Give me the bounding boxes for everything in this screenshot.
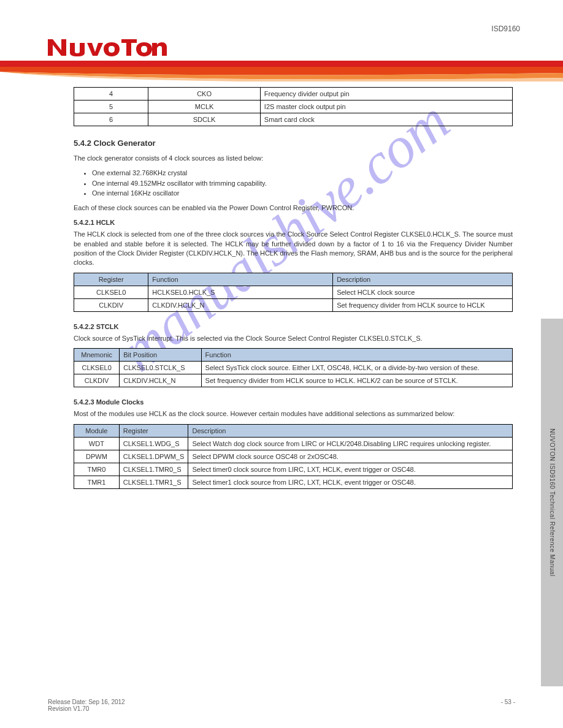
th: Register [119,424,188,437]
cell: Select DPWM clock source OSC48 or 2xOSC4… [188,450,513,463]
para: Each of these clock sources can be enabl… [74,203,513,213]
brand-logo [48,36,167,60]
cell: CLKDIV.HCLK_N [148,298,333,311]
release-date: Release Date: Sep 16, 2012 [48,699,125,705]
cell: CKO [148,88,261,100]
table-row: CLKSEL0CLKSEL0.STCLK_SSelect SysTick clo… [74,362,513,374]
cell: Select timer1 clock source from LIRC, LX… [188,476,513,488]
table-row: CLKDIVCLKDIV.HCLK_NSet frequency divider… [74,374,513,387]
th: Function [201,349,512,362]
cell: TMR0 [74,463,120,476]
table-row: DPWMCLKSEL1.DPWM_SSelect DPWM clock sour… [74,450,513,463]
cell: CLKDIV [74,298,148,311]
cell: DPWM [74,450,120,463]
cell: CLKSEL1.TMR0_S [119,463,188,476]
table-row: CLKDIVCLKDIV.HCLK_NSet frequency divider… [74,298,513,311]
cell: CLKDIV [74,374,120,387]
hclk-table: Register Function Description CLKSEL0HCL… [74,273,513,312]
para: The clock generator consists of 4 clock … [74,154,513,163]
header-banner [0,61,563,82]
module-table: Module Register Description WDTCLKSEL1.W… [74,424,513,489]
cell: Set frequency divider from HCLK source t… [201,374,512,387]
table-row: 5MCLKI2S master clock output pin [74,100,513,113]
table-row: CLKSEL0HCLKSEL0.HCLK_SSelect HCLK clock … [74,286,513,298]
para: The HCLK clock is selected from one of t… [74,230,513,268]
cell: 4 [74,88,148,100]
cell: Smart card clock [260,113,512,126]
cell: CLKSEL0 [74,286,148,298]
cell: MCLK [148,100,261,113]
doc-id: ISD9160 [491,25,520,33]
para: Clock source of SysTick interrupt. This … [74,334,513,343]
cell: 5 [74,100,148,113]
table-row: 4CKOFrequency divider output pin [74,88,513,100]
side-tab: NUVOTON ISD9160 Technical Reference Manu… [541,319,563,686]
cell: I2S master clock output pin [260,100,512,113]
cell: 6 [74,113,148,126]
cell: CLKSEL1.WDG_S [119,437,188,450]
cell: Select SysTick clock source. Either LXT,… [201,362,512,374]
th: Bit Position [120,349,201,362]
bullet-list: One external 32.768KHz crystalOne intern… [92,168,513,199]
cell: HCLKSEL0.HCLK_S [148,286,333,298]
cell: CLKSEL1.DPWM_S [119,450,188,463]
table-row: 6SDCLKSmart card clock [74,113,513,126]
cell: CLKSEL1.TMR1_S [119,476,188,488]
th: Function [148,273,333,286]
footer: Release Date: Sep 16, 2012 Revision V1.7… [48,699,515,712]
revision: Revision V1.70 [48,705,89,712]
table-row: TMR0CLKSEL1.TMR0_SSelect timer0 clock so… [74,463,513,476]
cell: CLKSEL0.STCLK_S [120,362,201,374]
cell: TMR1 [74,476,120,488]
th: Description [188,424,513,437]
cell: Frequency divider output pin [260,88,512,100]
cell: CLKSEL0 [74,362,120,374]
subheading: 5.4.2.1 HCLK [74,219,513,226]
cell: Select timer0 clock source from LIRC, LX… [188,463,513,476]
cell: Set frequency divider from HCLK source t… [333,298,513,311]
th: Register [74,273,148,286]
subheading: 5.4.2.2 STCLK [74,323,513,330]
list-item: One internal 49.152MHz oscillator with t… [92,178,513,189]
para: Most of the modules use HCLK as the cloc… [74,409,513,419]
cell: Select HCLK clock source [333,286,513,298]
th: Description [333,273,513,286]
cell: Select Watch dog clock source from LIRC … [188,437,513,450]
page-number: - 53 - [501,699,515,712]
th: Mnemonic [74,349,120,362]
pin-table: 4CKOFrequency divider output pin5MCLKI2S… [74,87,513,126]
section-heading: 5.4.2 Clock Generator [74,138,513,148]
cell: CLKDIV.HCLK_N [120,374,201,387]
table-row: TMR1CLKSEL1.TMR1_SSelect timer1 clock so… [74,476,513,488]
cell: SDCLK [148,113,261,126]
th: Module [74,424,120,437]
subheading: 5.4.2.3 Module Clocks [74,398,513,406]
list-item: One internal 16KHz oscillator [92,188,513,199]
cell: WDT [74,437,120,450]
side-tab-label: NUVOTON ISD9160 Technical Reference Manu… [549,428,556,576]
table-row: WDTCLKSEL1.WDG_SSelect Watch dog clock s… [74,437,513,450]
list-item: One external 32.768KHz crystal [92,168,513,178]
stclk-table: Mnemonic Bit Position Function CLKSEL0CL… [74,348,513,387]
